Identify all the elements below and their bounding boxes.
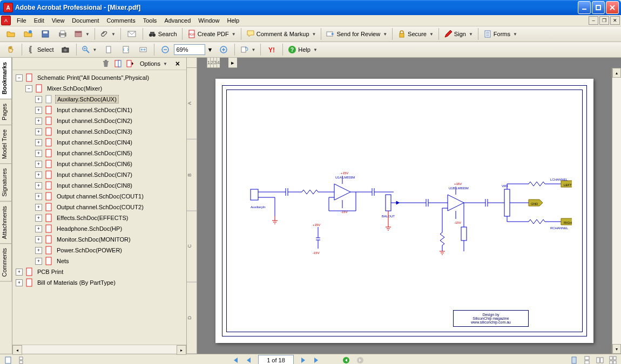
next-view-button[interactable]: [355, 355, 365, 364]
tree-node-child[interactable]: +Input channel.SchDoc(CIN4): [14, 137, 185, 148]
expand-icon[interactable]: +: [35, 225, 42, 232]
sign-button[interactable]: Sign▼: [441, 28, 476, 40]
single-page-view-button[interactable]: [569, 355, 579, 364]
help-button[interactable]: ?Help▼: [285, 43, 320, 56]
mdi-close-button[interactable]: ✕: [610, 16, 620, 25]
menu-tools[interactable]: Tools: [139, 16, 161, 25]
tree-node-pcb[interactable]: +PCB Print: [14, 266, 185, 277]
ruler-right-arrow[interactable]: ▸: [228, 58, 237, 68]
yahoo-button[interactable]: Y!: [263, 43, 280, 56]
forms-button[interactable]: Forms▼: [481, 28, 520, 40]
expand-icon[interactable]: +: [35, 171, 42, 178]
send-for-review-button[interactable]: Send for Review▼: [323, 28, 390, 40]
expand-icon[interactable]: +: [35, 204, 42, 211]
expand-bookmark-icon[interactable]: [125, 59, 134, 68]
prev-view-button[interactable]: [341, 355, 351, 364]
tree-node-child[interactable]: +Input channel.SchDoc(CIN8): [14, 180, 185, 191]
tab-signatures[interactable]: Signatures: [0, 163, 12, 202]
fit-page-button[interactable]: [117, 43, 134, 56]
trash-icon[interactable]: [102, 59, 110, 68]
tree-node-child[interactable]: +Monitor.SchDoc(MONITOR): [14, 234, 185, 245]
expand-icon[interactable]: +: [35, 150, 42, 157]
secure-button[interactable]: Secure▼: [395, 28, 436, 40]
tab-pages[interactable]: Pages: [0, 99, 12, 125]
zoom-in-tool-button[interactable]: ▼: [79, 43, 100, 56]
tree-node-child[interactable]: +Input channel.SchDoc(CIN1): [14, 105, 185, 115]
tree-node-bom[interactable]: +Bill of Materials (By PartType): [14, 277, 185, 288]
zoom-in-button[interactable]: [215, 43, 232, 56]
expand-icon[interactable]: +: [35, 107, 42, 114]
vertical-scrollbar[interactable]: ▴ ▾: [612, 68, 621, 354]
snapshot-tool-button[interactable]: [57, 43, 74, 56]
page-number-input[interactable]: [258, 355, 294, 364]
menu-comments[interactable]: Comments: [103, 16, 139, 25]
tree-node-child[interactable]: +Input channel.SchDoc(CIN6): [14, 159, 185, 169]
scroll-right-button[interactable]: ▸: [177, 345, 186, 355]
tree-node-child[interactable]: +Headphone.SchDoc(HP): [14, 223, 185, 234]
new-bookmark-icon[interactable]: [113, 59, 122, 68]
tab-comments[interactable]: Comments: [0, 243, 12, 281]
expand-icon[interactable]: +: [35, 96, 42, 103]
tree-node-mixer[interactable]: −Mixer.SchDoc(Mixer): [14, 83, 185, 94]
zoom-out-button[interactable]: [157, 43, 174, 56]
menu-help[interactable]: Help: [223, 16, 243, 25]
zoom-dropdown[interactable]: ▼: [207, 46, 213, 53]
expand-icon[interactable]: +: [35, 193, 42, 200]
create-pdf-button[interactable]: PDFCreate PDF▼: [185, 28, 239, 40]
tree-node-child[interactable]: +Input channel.SchDoc(CIN5): [14, 148, 185, 159]
tab-bookmarks[interactable]: Bookmarks: [0, 57, 12, 99]
actual-size-button[interactable]: [100, 43, 117, 56]
tree-node-child[interactable]: +Output channel.SchDoc(COUT1): [14, 191, 185, 202]
tree-node-root[interactable]: −Schematic Print("All Documents",Physica…: [14, 72, 185, 83]
layout-single-button[interactable]: [3, 355, 13, 364]
tree-node-child[interactable]: +Nets: [14, 256, 185, 266]
search-button[interactable]: Search: [145, 28, 180, 40]
first-page-button[interactable]: [230, 355, 240, 364]
mdi-minimize-button[interactable]: –: [589, 16, 598, 25]
page-viewport[interactable]: AuxiliaryIn: [197, 68, 612, 354]
menu-document[interactable]: Document: [68, 16, 103, 25]
expand-icon[interactable]: +: [35, 128, 42, 135]
attach-button[interactable]: ▼: [97, 28, 118, 40]
expand-icon[interactable]: +: [35, 258, 42, 265]
zoom-level-input[interactable]: [174, 44, 205, 55]
expand-icon[interactable]: +: [16, 279, 23, 286]
menu-view[interactable]: View: [48, 16, 69, 25]
mdi-restore-button[interactable]: ❐: [599, 16, 609, 25]
expand-icon[interactable]: +: [35, 161, 42, 168]
prev-page-button[interactable]: [244, 355, 254, 364]
tree-node-child[interactable]: +Input channel.SchDoc(CIN2): [14, 115, 185, 126]
bookmarks-hscroll[interactable]: ◂ ▸: [12, 345, 186, 354]
expand-icon[interactable]: +: [35, 118, 42, 125]
bookmarks-options-button[interactable]: Options▼: [137, 58, 170, 69]
print-button[interactable]: [54, 28, 71, 40]
bookmarks-tree[interactable]: −Schematic Print("All Documents",Physica…: [12, 70, 186, 345]
select-tool-button[interactable]: ISelect: [24, 43, 57, 56]
expand-icon[interactable]: +: [35, 215, 42, 222]
expand-icon[interactable]: +: [35, 182, 42, 189]
bookmarks-close-button[interactable]: ×: [173, 59, 182, 68]
scroll-left-button[interactable]: ◂: [12, 345, 22, 355]
menu-advanced[interactable]: Advanced: [160, 16, 194, 25]
tree-node-aux[interactable]: +Auxilary.SchDoc(AUX): [14, 94, 185, 105]
tab-model-tree[interactable]: Model Tree: [0, 125, 12, 164]
menu-file[interactable]: File: [13, 16, 30, 25]
expand-icon[interactable]: +: [35, 139, 42, 146]
organizer-button[interactable]: ▼: [71, 28, 92, 40]
scroll-up-button[interactable]: ▴: [612, 68, 621, 78]
continuous-facing-view-button[interactable]: [608, 355, 618, 364]
expand-icon[interactable]: +: [35, 247, 42, 254]
expand-icon[interactable]: +: [16, 269, 23, 276]
comment-markup-button[interactable]: Comment & Markup▼: [244, 28, 319, 40]
next-page-button[interactable]: [298, 355, 308, 364]
menu-window[interactable]: Window: [194, 16, 223, 25]
layout-continuous-button[interactable]: [16, 355, 26, 364]
open-button[interactable]: [2, 28, 19, 40]
menu-edit[interactable]: Edit: [30, 16, 48, 25]
window-close-button[interactable]: [606, 1, 619, 14]
open-web-button[interactable]: [19, 28, 37, 40]
rotate-button[interactable]: ▼: [237, 43, 258, 56]
save-button[interactable]: [37, 28, 54, 40]
tree-node-child[interactable]: +Input channel.SchDoc(CIN3): [14, 126, 185, 137]
collapse-icon[interactable]: −: [25, 85, 32, 92]
